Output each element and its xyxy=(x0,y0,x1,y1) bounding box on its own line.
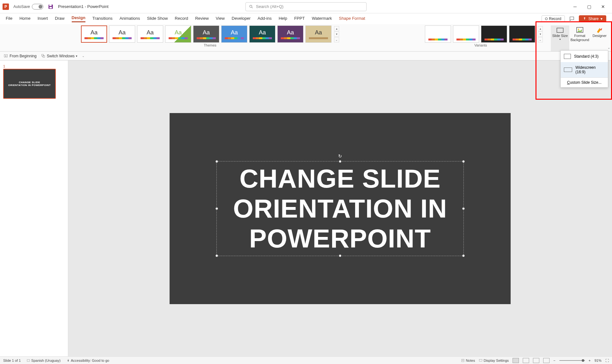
theme-thumb[interactable]: Aa xyxy=(221,25,247,43)
dropdown-item-widescreen[interactable]: Widescreen (16:9) xyxy=(561,62,608,77)
tab-design[interactable]: Design xyxy=(72,15,85,22)
from-beginning-button[interactable]: From Beginning xyxy=(4,54,37,58)
switch-windows-button[interactable]: Switch Windows ▾ xyxy=(41,54,77,58)
language-status[interactable]: Spanish (Uruguay) xyxy=(26,359,61,362)
save-icon[interactable] xyxy=(48,4,54,10)
qat-more-icon[interactable]: ⌄ xyxy=(82,54,84,58)
close-button[interactable]: ✕ xyxy=(600,4,606,9)
tab-home[interactable]: Home xyxy=(19,16,31,22)
tab-help[interactable]: Help xyxy=(279,16,287,22)
resize-handle[interactable] xyxy=(462,160,465,163)
theme-thumb[interactable]: Aa xyxy=(81,25,107,43)
slide-editor[interactable]: ↻ CHANGE SLIDE ORIENTATION IN POWERPOINT xyxy=(68,61,612,356)
tab-addins[interactable]: Add-ins xyxy=(258,16,272,22)
variant-thumb[interactable] xyxy=(509,25,535,43)
maximize-button[interactable]: ▢ xyxy=(586,4,592,9)
reading-view-button[interactable] xyxy=(533,358,539,363)
ribbon: Aa Aa Aa Aa Aa Aa Aa Aa Aa ▴▾⌄ Themes ▴▾… xyxy=(0,24,612,52)
dropdown-item-standard[interactable]: Standard (4:3) xyxy=(561,51,608,62)
record-button[interactable]: Record xyxy=(542,15,565,22)
language-icon xyxy=(26,359,30,362)
tab-draw[interactable]: Draw xyxy=(55,16,64,22)
svg-rect-13 xyxy=(462,359,464,362)
tab-shapeformat[interactable]: Shape Format xyxy=(339,16,365,22)
variant-thumb[interactable] xyxy=(425,25,451,43)
document-title: Presentation1 - PowerPoint xyxy=(58,4,108,9)
window-controls: ─ ▢ ✕ xyxy=(572,4,609,9)
format-background-button[interactable]: Format Background xyxy=(571,25,589,51)
display-icon xyxy=(479,359,483,362)
slide-size-button[interactable]: Slide Size ▾ xyxy=(551,25,569,51)
zoom-level[interactable]: 91% xyxy=(594,359,601,362)
app-icon: P xyxy=(3,4,9,10)
share-button[interactable]: Share ▾ xyxy=(579,15,606,22)
tab-animations[interactable]: Animations xyxy=(120,16,140,22)
svg-rect-2 xyxy=(49,7,52,8)
svg-rect-1 xyxy=(49,4,52,6)
autosave-toggle[interactable]: Off xyxy=(32,4,43,10)
svg-rect-5 xyxy=(557,28,563,32)
gallery-scroll[interactable]: ▴▾⌄ xyxy=(334,25,339,43)
themes-gallery: Aa Aa Aa Aa Aa Aa Aa Aa Aa ▴▾⌄ xyxy=(81,25,339,43)
search-input[interactable]: Search (Alt+Q) xyxy=(245,2,367,11)
slide-panel: 1 CHANGE SLIDE ORIENTATION IN POWERPOINT xyxy=(0,61,68,356)
tab-insert[interactable]: Insert xyxy=(38,16,48,22)
tab-transitions[interactable]: Transitions xyxy=(92,16,113,22)
tab-fppt[interactable]: FPPT xyxy=(294,16,305,22)
zoom-out-button[interactable]: − xyxy=(553,359,555,362)
slide-size-dropdown: Standard (4:3) Widescreen (16:9) Custom … xyxy=(560,50,608,88)
tab-watermark[interactable]: Watermark xyxy=(312,16,332,22)
notes-button[interactable]: Notes xyxy=(461,359,475,362)
comments-button[interactable] xyxy=(568,15,576,23)
variant-thumb[interactable] xyxy=(481,25,507,43)
tab-slideshow[interactable]: Slide Show xyxy=(147,16,168,22)
theme-thumb[interactable]: Aa xyxy=(305,25,332,43)
theme-thumb[interactable]: Aa xyxy=(277,25,303,43)
minimize-button[interactable]: ─ xyxy=(572,4,578,9)
theme-thumb[interactable]: Aa xyxy=(137,25,163,43)
status-bar: Slide 1 of 1 Spanish (Uruguay) Accessibi… xyxy=(0,356,612,364)
tab-view[interactable]: View xyxy=(216,16,225,22)
dropdown-item-custom[interactable]: Custom Slide Size... xyxy=(561,78,608,87)
resize-handle[interactable] xyxy=(215,160,218,163)
title-textbox[interactable]: CHANGE SLIDE ORIENTATION IN POWERPOINT xyxy=(219,164,461,253)
theme-thumb[interactable]: Aa xyxy=(193,25,219,43)
tab-file[interactable]: File xyxy=(6,16,12,22)
variant-thumb[interactable] xyxy=(453,25,479,43)
record-dot-icon xyxy=(545,18,548,20)
slide-thumbnail[interactable]: CHANGE SLIDE ORIENTATION IN POWERPOINT xyxy=(3,69,56,99)
accessibility-status[interactable]: Accessibility: Good to go xyxy=(66,359,109,362)
zoom-slider[interactable] xyxy=(559,360,585,361)
designer-button[interactable]: Designer xyxy=(590,25,609,51)
ribbon-collapse-icon[interactable]: ⌄ xyxy=(608,46,610,49)
tab-record[interactable]: Record xyxy=(175,16,188,22)
tab-developer[interactable]: Developer xyxy=(232,16,251,22)
chevron-down-icon: ▾ xyxy=(601,17,602,21)
resize-handle[interactable] xyxy=(215,254,218,257)
ribbon-tabs: File Home Insert Draw Design Transitions… xyxy=(0,13,612,24)
rotate-handle-icon[interactable]: ↻ xyxy=(338,153,342,159)
variants-gallery: ▴▾⌄ xyxy=(425,25,543,43)
designer-icon xyxy=(596,27,603,33)
sorter-view-button[interactable] xyxy=(523,358,529,363)
fit-to-window-button[interactable]: ⛶ xyxy=(605,359,609,362)
resize-handle[interactable] xyxy=(215,207,218,210)
theme-thumb[interactable]: Aa xyxy=(249,25,275,43)
slide-canvas[interactable]: ↻ CHANGE SLIDE ORIENTATION IN POWERPOINT xyxy=(170,113,511,304)
resize-handle[interactable] xyxy=(339,254,341,257)
gallery-scroll[interactable]: ▴▾⌄ xyxy=(538,25,543,43)
resize-handle[interactable] xyxy=(339,160,341,163)
zoom-in-button[interactable]: + xyxy=(589,359,591,362)
display-settings-button[interactable]: Display Settings xyxy=(479,359,509,362)
slideshow-view-button[interactable] xyxy=(543,358,550,363)
tab-review[interactable]: Review xyxy=(195,16,209,22)
theme-thumb[interactable]: Aa xyxy=(109,25,135,43)
normal-view-button[interactable] xyxy=(513,358,519,363)
slide-counter[interactable]: Slide 1 of 1 xyxy=(3,359,21,362)
title-bar: P AutoSave Off Presentation1 - PowerPoin… xyxy=(0,0,612,13)
themes-group-label: Themes xyxy=(204,43,216,47)
theme-thumb[interactable]: Aa xyxy=(165,25,191,43)
autosave-control[interactable]: AutoSave Off xyxy=(13,4,43,10)
resize-handle[interactable] xyxy=(462,254,465,257)
resize-handle[interactable] xyxy=(462,207,465,210)
